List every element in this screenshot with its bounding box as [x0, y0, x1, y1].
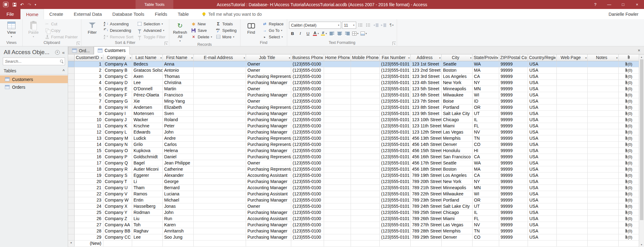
attachment-cell[interactable]: (0) — [618, 129, 639, 135]
cell[interactable] — [351, 79, 379, 86]
cell[interactable]: 7 — [74, 98, 103, 104]
cell[interactable]: 99999 — [499, 228, 528, 234]
cell[interactable]: (123)555-0100 — [291, 166, 324, 172]
cell[interactable] — [351, 234, 379, 240]
cell[interactable] — [324, 79, 351, 86]
row-selector[interactable] — [68, 154, 74, 160]
cell[interactable] — [351, 185, 379, 191]
cell[interactable]: 99999 — [499, 110, 528, 117]
bullets-button[interactable] — [357, 22, 364, 28]
user-name[interactable]: Danielle Fowler — [609, 9, 644, 19]
nav-item-orders[interactable]: Orders — [0, 83, 68, 91]
sort-filter-arrow-icon[interactable]: ▾ — [348, 57, 350, 59]
cell[interactable]: Run — [162, 215, 193, 222]
cell[interactable]: (123)555-0100 — [291, 172, 324, 178]
cell[interactable]: Honolulu — [441, 147, 472, 154]
row-selector[interactable] — [68, 117, 74, 123]
shutter-bar-collapse-icon[interactable]: « — [62, 50, 65, 55]
cell[interactable] — [351, 98, 379, 104]
cell[interactable]: Purchasing Manager — [246, 110, 291, 117]
cell[interactable] — [351, 123, 379, 129]
attachment-cell[interactable]: (0) — [618, 160, 639, 166]
cell[interactable]: (123)555-0101 — [379, 215, 410, 222]
attachment-cell[interactable]: (0) — [618, 185, 639, 191]
attachment-cell[interactable]: (0) — [618, 166, 639, 172]
cell[interactable]: Alexander — [162, 172, 193, 178]
cell[interactable] — [324, 117, 351, 123]
cell[interactable] — [587, 209, 618, 215]
cell[interactable] — [587, 166, 618, 172]
cell[interactable]: Wacker — [132, 117, 162, 123]
find-button[interactable]: Find — [242, 20, 260, 40]
attachment-cell[interactable]: (0) — [618, 154, 639, 160]
cell[interactable] — [587, 203, 618, 209]
cell[interactable] — [324, 191, 351, 197]
row-selector[interactable] — [68, 209, 74, 215]
cell[interactable]: Company H — [103, 104, 132, 110]
cell[interactable]: Axen — [132, 73, 162, 79]
cell[interactable]: 123 8th Street — [410, 104, 441, 110]
cell[interactable]: 1 — [74, 61, 103, 67]
cell[interactable]: WI — [472, 92, 499, 98]
cell[interactable] — [351, 222, 379, 228]
delete-record-button[interactable]: ×Delete▾ — [190, 34, 214, 40]
cell[interactable] — [291, 240, 324, 246]
cell[interactable]: IL — [472, 117, 499, 123]
cell[interactable]: Amritansh — [162, 228, 193, 234]
nav-menu-icon[interactable]: ▾ — [55, 50, 60, 55]
cell[interactable]: (123)555-0100 — [291, 160, 324, 166]
cell[interactable]: 99999 — [499, 178, 528, 185]
cell[interactable]: USA — [528, 73, 556, 79]
row-selector[interactable] — [68, 203, 74, 209]
section-collapse-icon[interactable]: ^ — [63, 69, 65, 73]
cell[interactable]: CO — [472, 141, 499, 147]
attachment-cell[interactable]: (0) — [618, 79, 639, 86]
cell[interactable]: (123)555-0101 — [379, 178, 410, 185]
cell[interactable]: John — [162, 129, 193, 135]
cell[interactable]: 99999 — [499, 185, 528, 191]
cell[interactable]: Entin — [132, 197, 162, 203]
cell[interactable] — [556, 215, 587, 222]
cell[interactable] — [193, 117, 246, 123]
cell[interactable]: 26 — [74, 215, 103, 222]
cell[interactable]: Ming-Yang — [162, 98, 193, 104]
cell[interactable]: WI — [472, 191, 499, 197]
cell[interactable] — [556, 228, 587, 234]
cell[interactable]: Purchasing Manager — [246, 228, 291, 234]
cell[interactable]: 99999 — [499, 222, 528, 228]
text-formatting-dialog-launcher-icon[interactable]: ↘ — [392, 42, 396, 45]
cell[interactable] — [556, 197, 587, 203]
cell[interactable]: USA — [528, 191, 556, 197]
cell[interactable]: New York — [441, 79, 472, 86]
row-selector[interactable] — [68, 215, 74, 222]
cell[interactable] — [324, 147, 351, 154]
cell[interactable]: (123)555-0101 — [379, 123, 410, 129]
nav-section-tables[interactable]: Tables ^ — [0, 67, 68, 75]
cell[interactable] — [556, 92, 587, 98]
cell[interactable]: 123 6th Street — [410, 92, 441, 98]
cell[interactable] — [556, 240, 587, 246]
cell[interactable]: NY — [472, 178, 499, 185]
cell[interactable] — [351, 160, 379, 166]
cell[interactable]: Seattle — [441, 61, 472, 67]
tab-file[interactable]: File — [0, 9, 20, 19]
row-selector[interactable] — [68, 166, 74, 172]
qat-customize-icon[interactable]: ▾ — [33, 0, 38, 9]
cell[interactable]: (123)555-0100 — [291, 135, 324, 141]
tab-database-tools[interactable]: Database Tools — [107, 9, 149, 19]
cell[interactable]: San Francisco — [441, 154, 472, 160]
cell[interactable]: Purchasing Manager — [246, 209, 291, 215]
sort-filter-arrow-icon[interactable]: ▾ — [554, 57, 555, 59]
cell[interactable]: Purchasing Assistant — [246, 191, 291, 197]
maximize-icon[interactable]: □ — [616, 0, 630, 9]
cell[interactable]: 13 — [74, 135, 103, 141]
cell[interactable]: (123)555-0100 — [291, 92, 324, 98]
cell[interactable]: 18 — [74, 166, 103, 172]
cell[interactable]: 19 — [74, 172, 103, 178]
cell[interactable] — [351, 172, 379, 178]
cell[interactable] — [351, 147, 379, 154]
cell[interactable]: Francisco — [162, 92, 193, 98]
sort-filter-arrow-icon[interactable]: ▾ — [408, 57, 409, 59]
cell[interactable] — [351, 135, 379, 141]
cell[interactable]: Company G — [103, 98, 132, 104]
